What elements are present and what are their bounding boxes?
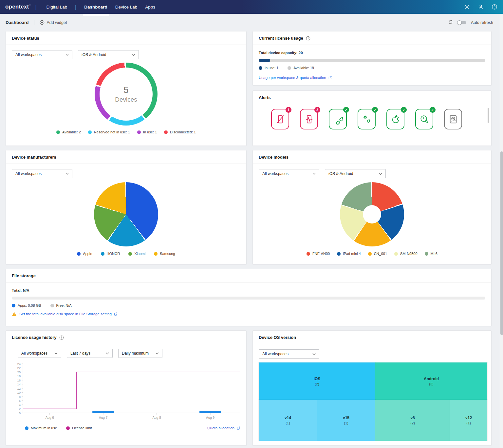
device-models-widget: Device models All workspaces iOS & Andro… (252, 150, 492, 264)
toolbar-divider (34, 20, 34, 25)
license-expiry-alert[interactable]: ✓ (415, 109, 433, 129)
alerts-widget: Alerts 13✓✓✓✓ (252, 90, 492, 146)
license-usage-history-widget: License usage history All workspaces Las… (6, 330, 247, 446)
legend-item: In use: 1 (259, 66, 278, 70)
connectors-alert[interactable]: ✓ (329, 109, 347, 129)
legend-dot (128, 252, 132, 256)
file-storage-setting-link[interactable]: Set the total available disk space in Fi… (19, 312, 118, 316)
chevron-down-icon (379, 173, 382, 175)
dashboard-toolbar: Dashboard Add widget Auto refresh (0, 14, 503, 31)
user-icon[interactable] (477, 4, 484, 10)
legend-item: FNE-AN00 (307, 252, 330, 256)
legend-item: CN_001 (368, 252, 387, 256)
svg-text:Aug 7: Aug 7 (99, 416, 108, 419)
workspace-filter-dropdown[interactable]: All workspaces (259, 349, 319, 359)
info-icon[interactable] (59, 335, 64, 340)
legend-dot (137, 130, 141, 134)
widget-title: Device OS version (253, 331, 491, 344)
treemap-cell-count: (1) (344, 421, 348, 425)
legend-dot (425, 252, 428, 256)
svg-text:8: 8 (19, 395, 21, 399)
alerts-scrollbar[interactable] (488, 108, 489, 123)
legend-dot (164, 130, 168, 134)
opentext-logo: opentext™ (5, 4, 31, 10)
usage-per-workspace-link[interactable]: Usage per workspace & quota allocation (259, 76, 332, 80)
chevron-down-icon (65, 173, 69, 175)
device-os-version-widget: Device OS version All workspaces iOS(2)A… (252, 330, 492, 446)
svg-text:14: 14 (17, 382, 21, 386)
legend-item: Apps: 0.08 GB (12, 303, 41, 307)
treemap-cell-v12[interactable]: v12(1) (450, 400, 487, 441)
add-widget-button[interactable]: Add widget (40, 20, 67, 25)
svg-text:12: 12 (17, 387, 21, 390)
legend-dot (154, 252, 158, 256)
legend-item: Samsung (154, 252, 175, 256)
treemap-cell-label: iOS (314, 377, 321, 381)
os-filter-dropdown[interactable]: iOS & Android (78, 50, 139, 59)
total-label: Total: N/A (12, 288, 485, 292)
svg-text:0: 0 (19, 411, 21, 415)
storage-scan-alert[interactable] (444, 109, 462, 129)
refresh-icon[interactable] (448, 19, 453, 26)
dropdown-value: All workspaces (262, 352, 289, 356)
alert-badge: 3 (314, 107, 320, 113)
dropdown-value: All workspaces (15, 52, 42, 57)
quota-allocation-link[interactable]: Quota allocation (207, 426, 240, 430)
dropdown-value: Last 7 days (70, 351, 90, 356)
legend-dot (56, 130, 60, 134)
phone-pulse-icon (304, 114, 314, 125)
date-range-dropdown[interactable]: Last 7 days (67, 349, 113, 358)
treemap-cell-v8[interactable]: v8(2) (375, 400, 450, 441)
tab-device-lab[interactable]: Device Lab (115, 0, 138, 14)
history-legend: Maximum in useLicense limit (25, 426, 92, 430)
svg-text:4: 4 (19, 403, 21, 407)
info-icon[interactable] (306, 36, 310, 41)
svg-text:16: 16 (17, 379, 21, 382)
device-status-widget: Device status All workspaces iOS & Andro… (6, 31, 247, 146)
workspace-filter-dropdown[interactable]: All workspaces (259, 169, 319, 178)
top-navbar: opentext™ | Digital Lab | Dashboard Devi… (0, 0, 503, 14)
tab-dashboard[interactable]: Dashboard (84, 0, 107, 14)
legend-dot (77, 252, 81, 256)
alert-badge: 1 (286, 107, 291, 113)
dropdown-value: iOS & Android (328, 171, 353, 176)
tab-apps[interactable]: Apps (145, 0, 155, 14)
file-storage-bar (12, 297, 485, 300)
legend-dot (101, 252, 104, 256)
page-scrollbar[interactable] (500, 14, 503, 448)
services-alert[interactable]: ✓ (358, 109, 376, 129)
alert-badge: ✓ (372, 107, 378, 113)
legend-dot (50, 304, 54, 307)
svg-text:20: 20 (17, 370, 21, 374)
apple-icon (390, 114, 401, 125)
workspace-filter-dropdown[interactable]: All workspaces (18, 349, 61, 358)
devices-disconnected-alert[interactable]: 1 (271, 109, 289, 129)
svg-text:Aug 6: Aug 6 (46, 416, 54, 419)
capacity-label: Total device capacity: 20 (259, 51, 485, 55)
apple-services-alert[interactable]: ✓ (386, 109, 404, 129)
help-icon[interactable] (491, 4, 498, 10)
legend-item: HONOR (101, 252, 120, 256)
treemap-cell-Android[interactable]: Android(3) (375, 362, 487, 400)
settings-gear-icon[interactable] (464, 4, 470, 10)
clock-key-icon (419, 114, 430, 125)
treemap-cell-v14[interactable]: v14(1) (259, 400, 317, 441)
auto-refresh-toggle[interactable] (457, 20, 467, 25)
license-usage-legend: In use: 1Available: 19 (259, 66, 485, 70)
devices-unhealthy-alert[interactable]: 3 (300, 109, 318, 129)
treemap-cell-count: (2) (410, 421, 415, 425)
device-manufacturers-legend: AppleHONORXiaomiSamsung (12, 252, 240, 256)
os-filter-dropdown[interactable]: iOS & Android (325, 169, 386, 178)
workspace-filter-dropdown[interactable]: All workspaces (12, 50, 72, 59)
disk-search-icon (448, 114, 458, 125)
treemap-cell-iOS[interactable]: iOS(2) (259, 362, 375, 400)
legend-dot (337, 252, 341, 256)
legend-item: Xiaomi (128, 252, 145, 256)
treemap-cell-v15[interactable]: v15(1) (317, 400, 375, 441)
treemap-cell-count: (1) (286, 421, 290, 425)
aggregation-dropdown[interactable]: Daily maximum (118, 349, 162, 358)
svg-text:22: 22 (17, 366, 21, 370)
legend-dot (12, 304, 15, 307)
dropdown-value: All workspaces (21, 351, 47, 356)
workspace-filter-dropdown[interactable]: All workspaces (12, 169, 72, 178)
